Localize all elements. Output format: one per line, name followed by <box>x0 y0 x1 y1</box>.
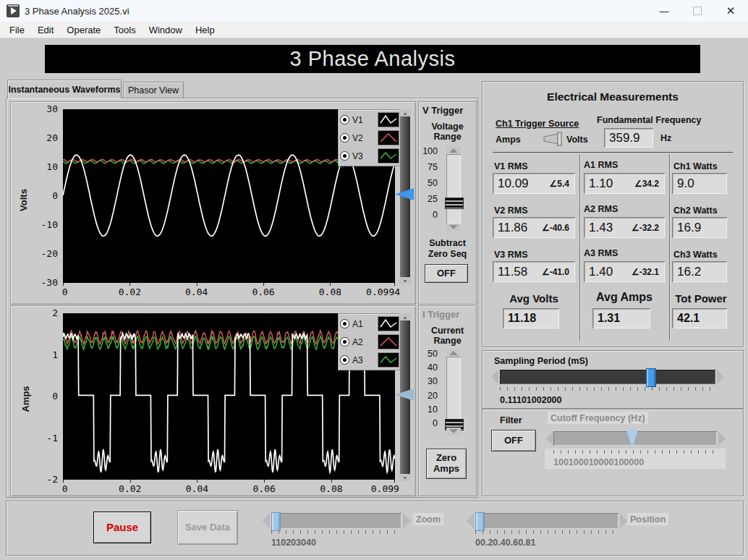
plot-visible-radio[interactable] <box>340 133 349 143</box>
ch1-watts-label: Ch1 Watts <box>673 161 718 171</box>
maximize-button[interactable] <box>681 0 713 22</box>
save-data-button[interactable]: Save Data <box>177 510 238 545</box>
menu-tools[interactable]: Tools <box>107 25 142 35</box>
voltage-range-increment-icon[interactable] <box>446 146 461 154</box>
x-axis-tick-label: 0.04 <box>186 483 208 494</box>
plot-style-swatch[interactable] <box>378 130 399 145</box>
trigger-source-volts-label: Volts <box>566 135 588 145</box>
sampling-increment-icon[interactable] <box>717 370 724 384</box>
x-axis-tick-label: 0.0994 <box>366 287 400 297</box>
scale-tick-label: 1 <box>531 538 536 548</box>
position-handle[interactable] <box>475 512 485 531</box>
plot-style-swatch[interactable] <box>378 316 399 331</box>
menu-window[interactable]: Window <box>143 25 189 35</box>
trigger-scroll-up-icon[interactable]: ▲ <box>399 109 411 116</box>
subtract-zero-seq-button[interactable]: OFF <box>425 264 468 283</box>
a2-rms-value: 1.43∠-32.2 <box>584 217 665 238</box>
scale-tick-label: 50 <box>428 178 438 188</box>
close-button[interactable]: ✕ <box>715 0 747 22</box>
zoom-decrement-icon[interactable] <box>263 513 270 529</box>
cutoff-tickmarks <box>553 450 717 454</box>
y-axis-tick-label: -20 <box>11 248 58 259</box>
menu-edit[interactable]: Edit <box>31 25 60 35</box>
cutoff-increment-icon[interactable] <box>718 431 726 446</box>
cutoff-decrement-icon[interactable] <box>546 431 553 446</box>
x-axis-tick-label: 0.08 <box>319 287 341 297</box>
plot-visible-radio[interactable] <box>340 355 349 365</box>
cutoff-frequency-label: Cutoff Frequency (Hz) <box>548 412 648 424</box>
waveform-V1 <box>63 155 395 236</box>
banner: 3 Phase Analysis <box>45 45 700 73</box>
plot-visible-radio[interactable] <box>340 115 349 124</box>
scale-tick-label: 10000 <box>589 457 614 467</box>
x-axis-tickmark <box>330 283 331 286</box>
tab-instantaneous-waveforms[interactable]: Instantaneous Waveforms <box>7 80 122 98</box>
sampling-decrement-icon[interactable] <box>491 370 498 384</box>
filter-off-button[interactable]: OFF <box>491 430 536 451</box>
position-scale: 00.20.40.60.81 <box>475 535 619 546</box>
plot-style-swatch[interactable] <box>378 334 399 349</box>
position-increment-icon[interactable] <box>620 513 627 529</box>
current-range-slider[interactable] <box>446 357 461 428</box>
legend-item: V2 <box>340 129 399 147</box>
plot-visible-radio[interactable] <box>340 151 349 161</box>
scale-tick-label: 25 <box>428 194 438 204</box>
y-axis-tick-label: -30 <box>11 277 58 288</box>
window-title: 3 Phase Analysis 2025.vi <box>25 6 129 17</box>
a1-rms-label: A1 RMS <box>584 160 618 170</box>
scale-tick-label: 75 <box>428 162 438 172</box>
menu-file[interactable]: File <box>3 25 31 35</box>
plot-style-swatch[interactable] <box>378 148 399 164</box>
plot-visible-radio[interactable] <box>340 319 349 328</box>
zero-amps-button[interactable]: Zero Amps <box>426 449 467 479</box>
tab-phasor-view[interactable]: Phasor View <box>123 82 184 98</box>
plot-visible-radio[interactable] <box>340 337 349 347</box>
current-range-decrement-icon[interactable] <box>446 428 461 436</box>
voltage-range-handle[interactable] <box>445 198 464 209</box>
maximize-icon <box>693 7 702 15</box>
a2-rms-label: A2 RMS <box>584 204 618 214</box>
zoom-handle[interactable] <box>271 512 281 531</box>
menu-bar: File Edit Operate Tools Window Help <box>0 22 748 38</box>
filter-panel: Filter OFF Cutoff Frequency (Hz) 1001000… <box>482 409 744 496</box>
a1-angle: ∠34.2 <box>634 179 665 189</box>
menu-operate[interactable]: Operate <box>60 25 107 35</box>
x-axis-tickmark <box>129 283 130 286</box>
zoom-slider[interactable] <box>271 513 401 529</box>
y-axis-tick-label: 1 <box>11 349 58 360</box>
position-slider[interactable] <box>475 513 619 529</box>
trigger-scroll-down-icon[interactable]: ▼ <box>399 277 411 284</box>
avg-volts-label: Avg Volts <box>493 292 575 305</box>
legend-item: A2 <box>340 333 399 351</box>
v2-rms-value: 11.86∠-40.6 <box>493 217 575 238</box>
zoom-increment-icon[interactable] <box>403 513 410 529</box>
position-decrement-icon[interactable] <box>467 513 474 529</box>
i-trigger-title: I Trigger <box>422 309 459 320</box>
current-range-increment-icon[interactable] <box>446 349 461 357</box>
sampling-slider[interactable] <box>500 370 715 384</box>
scale-tick-label: 100 <box>422 146 438 156</box>
current-range-label: Current Range <box>419 326 476 347</box>
cutoff-scale: 100100010000100000 <box>553 455 717 465</box>
sampling-handle[interactable] <box>646 368 656 387</box>
menu-help[interactable]: Help <box>189 25 221 35</box>
x-axis-tick-label: 0.04 <box>185 287 208 297</box>
legend-label: V1 <box>352 115 375 125</box>
zoom-scale: 110203040 <box>271 535 401 546</box>
voltage-range-slider[interactable] <box>446 154 461 224</box>
trigger-source-switch[interactable] <box>537 131 565 147</box>
plot-style-swatch[interactable] <box>378 352 399 368</box>
x-axis-tick-label: 0.06 <box>252 287 274 297</box>
position-label: Position <box>627 513 668 525</box>
tot-power-label: Tot Power <box>669 292 733 305</box>
trigger-scroll-up-icon[interactable]: ▲ <box>399 313 411 321</box>
x-axis-tick-label: 0.02 <box>119 287 141 297</box>
v1-angle: ∠5.4 <box>550 179 575 189</box>
pause-button[interactable]: Pause <box>93 512 151 543</box>
trigger-scroll-down-icon[interactable]: ▼ <box>399 474 411 481</box>
a3-rms-value: 1.40∠-32.1 <box>584 261 665 282</box>
i-trigger-panel: I Trigger Current Range 50403020100 Zero… <box>418 305 477 496</box>
plot-style-swatch[interactable] <box>378 112 399 127</box>
minimize-button[interactable]: — <box>648 0 680 22</box>
voltage-range-decrement-icon[interactable] <box>446 224 461 232</box>
